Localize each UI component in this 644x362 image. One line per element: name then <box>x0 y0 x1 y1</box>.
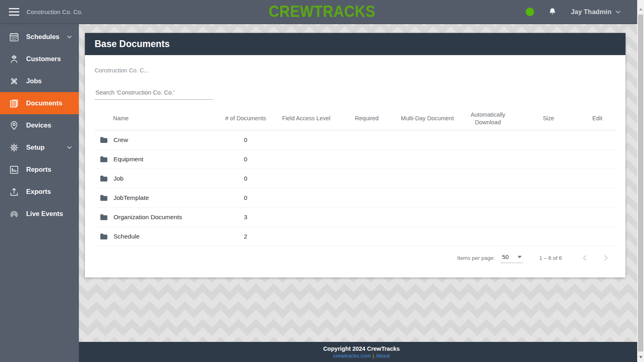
column-header-multi-day: Multi-Day Document <box>397 112 458 124</box>
sidebar-nav: Schedules Customers <box>0 24 79 362</box>
sidebar-item-setup[interactable]: Setup <box>0 136 79 158</box>
folder-icon <box>99 232 108 241</box>
breadcrumb[interactable]: Construction Co. C... <box>95 67 616 74</box>
pagination-range: 1 – 6 of 6 <box>539 255 562 261</box>
card-header: Base Documents <box>85 33 625 55</box>
document-count: 0 <box>215 194 276 201</box>
map-pin-icon <box>8 120 19 131</box>
hamburger-menu-icon[interactable] <box>9 8 19 16</box>
crewtracks-site-link[interactable]: crewtracks.com <box>333 353 371 359</box>
folder-name: JobTemplate <box>114 194 149 202</box>
items-per-page-select[interactable]: 50 <box>501 253 523 263</box>
document-count: 0 <box>215 156 276 162</box>
sidebar-item-schedules[interactable]: Schedules <box>0 26 79 48</box>
folder-name: Equipment <box>114 156 143 163</box>
topbar-right: Jay Thadmin <box>526 7 621 16</box>
folder-icon <box>99 136 108 144</box>
main-content: Base Documents Construction Co. C... Nam… <box>79 24 644 362</box>
column-header-edit: Edit <box>579 112 616 124</box>
gear-icon <box>8 142 19 153</box>
page-footer: Copyright 2024 CrewTracks crewtracks.com… <box>79 342 644 362</box>
folder-icon <box>99 193 108 202</box>
folder-name: Crew <box>114 136 128 144</box>
folder-icon <box>99 174 108 183</box>
sidebar-item-label: Jobs <box>26 77 42 85</box>
sidebar-item-exports[interactable]: Exports <box>0 181 79 203</box>
previous-page-button[interactable] <box>579 252 591 264</box>
folder-name: Organization Documents <box>114 214 182 221</box>
document-count: 2 <box>215 233 276 240</box>
folder-icon <box>99 155 108 164</box>
sidebar-item-reports[interactable]: Reports <box>0 158 79 181</box>
search-field-wrap <box>95 87 213 100</box>
chevron-down-icon <box>615 8 621 15</box>
column-header-field-access-level: Field Access Level <box>276 112 337 124</box>
column-header-size: Size <box>518 112 579 124</box>
notifications-bell-icon[interactable] <box>548 7 557 16</box>
table-header-row: Name # of Documents Field Access Level R… <box>95 107 616 130</box>
chevron-down-icon <box>66 144 72 150</box>
column-header-auto-download: Automatically Download <box>458 109 518 128</box>
next-page-button[interactable] <box>600 252 612 264</box>
crewtracks-logo: CREWTRACKS <box>269 2 376 21</box>
table-row-organization-documents[interactable]: Organization Documents 3 <box>95 208 616 227</box>
top-header: Construction Co. Co. CREWTRACKS Jay Thad… <box>0 0 644 24</box>
scrollbar-thumb[interactable] <box>638 14 643 352</box>
connection-status-dot <box>526 8 534 16</box>
sidebar-item-documents[interactable]: Documents <box>0 92 79 114</box>
sidebar-item-label: Live Events <box>26 210 63 218</box>
items-per-page-label: Items per page: <box>457 255 495 261</box>
worker-icon <box>8 53 19 64</box>
column-header-num-documents: # of Documents <box>215 112 276 124</box>
folder-name: Schedule <box>114 233 140 240</box>
dropdown-caret-icon <box>518 256 522 258</box>
scrollbar-up-arrow[interactable] <box>637 6 644 12</box>
sidebar-item-label: Setup <box>26 144 45 151</box>
table-row-schedule[interactable]: Schedule 2 <box>95 227 616 246</box>
sidebar-item-label: Customers <box>26 55 61 63</box>
column-header-required: Required <box>336 112 397 124</box>
crossed-tools-icon <box>8 76 19 86</box>
document-count: 0 <box>215 136 276 143</box>
user-menu[interactable]: Jay Thadmin <box>571 8 621 16</box>
table-row-crew[interactable]: Crew 0 <box>95 130 616 150</box>
documents-table: Name # of Documents Field Access Level R… <box>95 107 616 246</box>
pagination-bar: Items per page: 50 1 – 6 of 6 <box>95 252 616 264</box>
table-row-jobtemplate[interactable]: JobTemplate 0 <box>95 188 616 208</box>
sidebar-item-devices[interactable]: Devices <box>0 114 79 136</box>
document-count: 3 <box>215 214 276 220</box>
link-separator: | <box>372 353 374 359</box>
crewtracks-app: Construction Co. Co. CREWTRACKS Jay Thad… <box>0 0 644 362</box>
folder-icon <box>99 213 108 222</box>
page-title: Base Documents <box>95 39 170 49</box>
items-per-page-value: 50 <box>502 254 509 260</box>
base-documents-card: Base Documents Construction Co. C... Nam… <box>85 33 625 278</box>
vertical-scrollbar[interactable] <box>637 0 644 362</box>
search-input[interactable] <box>95 89 213 96</box>
about-link[interactable]: About <box>376 353 390 359</box>
sidebar-item-label: Documents <box>26 99 62 107</box>
document-count: 0 <box>215 175 276 182</box>
scrollbar-down-arrow[interactable] <box>637 354 644 360</box>
bar-chart-icon <box>8 164 19 175</box>
sidebar-item-label: Devices <box>26 121 51 129</box>
sidebar-item-customers[interactable]: Customers <box>0 48 79 70</box>
folder-name: Job <box>114 175 124 182</box>
table-row-job[interactable]: Job 0 <box>95 169 616 188</box>
user-name: Jay Thadmin <box>571 8 611 16</box>
sidebar-item-live-events[interactable]: Live Events <box>0 203 79 225</box>
broadcast-icon <box>8 208 19 219</box>
chevron-down-icon <box>66 34 72 40</box>
column-header-name: Name <box>95 112 215 124</box>
upload-icon <box>8 186 19 197</box>
sidebar-item-jobs[interactable]: Jobs <box>0 70 79 92</box>
documents-icon <box>8 98 19 109</box>
table-row-equipment[interactable]: Equipment 0 <box>95 150 616 169</box>
sidebar-item-label: Reports <box>26 166 51 173</box>
organization-name: Construction Co. Co. <box>27 8 83 15</box>
sidebar-item-label: Schedules <box>26 33 60 41</box>
copyright-text: Copyright 2024 CrewTracks <box>323 346 400 352</box>
sidebar-item-label: Exports <box>26 188 51 195</box>
calendar-icon <box>8 31 19 42</box>
